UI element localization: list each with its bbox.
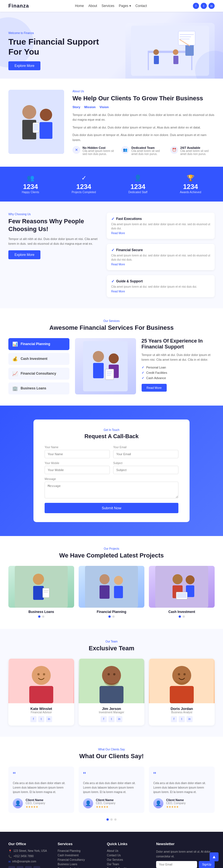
- subject-input[interactable]: [113, 466, 179, 474]
- why-explore-button[interactable]: Explore More: [8, 250, 40, 259]
- nav-pages[interactable]: Pages ▾: [119, 4, 131, 8]
- navbar: Finanza Home About Services Pages ▾ Cont…: [0, 0, 223, 12]
- quote-icon-1: ": [13, 771, 70, 779]
- why-read-more-1[interactable]: Read More: [111, 231, 125, 235]
- dot-active-2: [108, 616, 111, 618]
- service-item-business-loans[interactable]: 🏢 Business Loans: [8, 382, 69, 395]
- footer-facebook-icon[interactable]: f: [8, 866, 15, 868]
- newsletter-input-wrap: SignUp: [156, 861, 215, 868]
- about-tab-vision[interactable]: Vision: [99, 105, 109, 109]
- svg-point-26: [109, 353, 119, 364]
- footer-service-link-3[interactable]: Financial Consultancy: [58, 858, 101, 861]
- service-item-label-2: Cash Investment: [21, 357, 47, 361]
- brand-logo[interactable]: Finanza: [8, 3, 29, 9]
- testi-stars-3: ★★★★★: [166, 805, 186, 808]
- hero-section: Welcome to Finanza True Financial Suppor…: [0, 12, 223, 79]
- svg-rect-35: [43, 588, 49, 598]
- about-text-2: Tempor ut alit nibh at dui. Duis dolor d…: [72, 125, 215, 130]
- why-read-more-3[interactable]: Read More: [111, 290, 125, 293]
- kate-twitter-icon[interactable]: t: [38, 716, 44, 722]
- nav-about[interactable]: About: [88, 4, 97, 8]
- svg-point-44: [172, 574, 183, 584]
- hero-text: Welcome to Finanza True Financial Suppor…: [8, 31, 112, 70]
- services-section: Our Services Awesome Financial Services …: [0, 308, 223, 406]
- jim-linkedin-icon[interactable]: in: [116, 716, 122, 722]
- testi-dot-2[interactable]: [110, 818, 113, 820]
- why-read-more-2[interactable]: Read More: [111, 263, 125, 266]
- nav-contact[interactable]: Contact: [135, 4, 147, 8]
- feature-desc-2: Cila amet lorem sit sed amet duis non pu…: [131, 149, 166, 156]
- submit-button[interactable]: Submit Now: [44, 503, 179, 513]
- svg-rect-25: [93, 363, 104, 378]
- doris-facebook-icon[interactable]: f: [171, 716, 177, 722]
- footer-quick-link-3[interactable]: Our Services: [107, 858, 151, 861]
- footer-service-link-2[interactable]: Cash Investment: [58, 854, 101, 857]
- about-label: About Us: [72, 90, 215, 93]
- nav-services[interactable]: Services: [101, 4, 114, 8]
- footer-linkedin-icon[interactable]: in: [25, 866, 32, 868]
- why-card-title-3: ✓ Guide & Support: [111, 279, 210, 283]
- message-textarea[interactable]: [44, 482, 179, 498]
- social-twitter[interactable]: t: [201, 3, 207, 9]
- testi-dot-1[interactable]: [106, 818, 109, 820]
- subject-label: Subject: [113, 462, 179, 465]
- team-info-jim: Jim Jerson Investment Manager f t in: [78, 703, 145, 725]
- footer-quick-link-2[interactable]: Contact Us: [107, 854, 151, 857]
- feature-label-1: No Hidden Cost: [83, 146, 117, 149]
- jim-twitter-icon[interactable]: t: [108, 716, 115, 722]
- footer-twitter-icon[interactable]: t: [17, 866, 24, 868]
- svg-point-19: [40, 109, 52, 121]
- social-linkedin[interactable]: in: [209, 3, 215, 9]
- newsletter-signup-button[interactable]: SignUp: [199, 861, 215, 868]
- mobile-input[interactable]: [44, 466, 110, 474]
- footer-phone: 📞 +012 3456 7890: [8, 855, 52, 858]
- team-info-doris: Doris Jordan Business Analyst f t in: [149, 703, 215, 725]
- svg-rect-8: [154, 56, 159, 64]
- business-loans-icon: 🏢: [12, 386, 18, 391]
- doris-linkedin-icon[interactable]: in: [187, 716, 193, 722]
- kate-linkedin-icon[interactable]: in: [46, 716, 52, 722]
- kate-facebook-icon[interactable]: f: [30, 716, 36, 722]
- name-input[interactable]: [44, 450, 110, 458]
- scroll-to-top-button[interactable]: ▲: [210, 852, 219, 861]
- footer-quick-link-1[interactable]: About Us: [107, 849, 151, 852]
- svg-point-17: [22, 105, 36, 119]
- footer-service-link-5[interactable]: Business Analysis: [58, 867, 101, 868]
- about-features: ✕ No Hidden Cost Cila amet ipsum lorem s…: [72, 146, 215, 156]
- testi-avatar-3: 👤: [153, 798, 163, 808]
- team-grid: Kate Winslet Financial Advisor f t in: [8, 659, 215, 725]
- about-tab-story[interactable]: Story: [72, 105, 80, 109]
- service-item-cash-investment[interactable]: 💰 Cash Investment: [8, 353, 69, 365]
- why-text: Tempor ut alit nibh at dui. Duis dolor d…: [8, 237, 98, 246]
- svg-rect-22: [34, 124, 38, 130]
- svg-rect-28: [105, 369, 114, 380]
- why-card-text-3: Cila amet ipsum lorem at dui. sed dolor …: [111, 285, 210, 289]
- doris-twitter-icon[interactable]: t: [179, 716, 185, 722]
- footer-service-link-1[interactable]: Financial Planning: [58, 849, 101, 852]
- form-row-2: Your Mobile Subject: [44, 462, 179, 474]
- newsletter-email-input[interactable]: [156, 861, 197, 868]
- hero-explore-button[interactable]: Explore More: [8, 61, 40, 70]
- svg-point-41: [114, 576, 123, 585]
- services-detail-list: Personal Loan Credit Facilities Cash Adv…: [141, 366, 215, 380]
- why-card-text-1: Cila amet ipsum lorem at dui. sed dolor …: [111, 222, 210, 230]
- projects-label: Our Projects: [8, 547, 215, 550]
- service-item-financial-planning[interactable]: 📊 Financial Planning: [8, 338, 69, 350]
- about-tab-mission[interactable]: Mission: [84, 105, 96, 109]
- testi-dot-3[interactable]: [114, 818, 117, 820]
- footer-newsletter-title: Newsletter: [156, 842, 215, 846]
- services-read-more-button[interactable]: Read More: [141, 384, 167, 392]
- jim-facebook-icon[interactable]: f: [101, 716, 107, 722]
- footer-quick-link-5[interactable]: Terms & Conditions: [107, 867, 151, 868]
- services-inner: 📊 Financial Planning 💰 Cash Investment 📈…: [8, 338, 215, 395]
- team-image-doris: [149, 659, 215, 703]
- email-label: Your Email: [113, 446, 179, 449]
- nav-home[interactable]: Home: [75, 4, 84, 8]
- footer-service-link-4[interactable]: Business Loans: [58, 863, 101, 866]
- email-input[interactable]: [113, 450, 179, 458]
- footer-youtube-icon[interactable]: ▶: [33, 866, 40, 868]
- footer-quick-link-4[interactable]: Our Team: [107, 863, 151, 866]
- social-facebook[interactable]: f: [193, 3, 199, 9]
- testi-author-3: 👤 Client Name CEO, Company ★★★★★: [153, 798, 210, 808]
- service-item-financial-consultancy[interactable]: 📈 Financial Consultancy: [8, 368, 69, 380]
